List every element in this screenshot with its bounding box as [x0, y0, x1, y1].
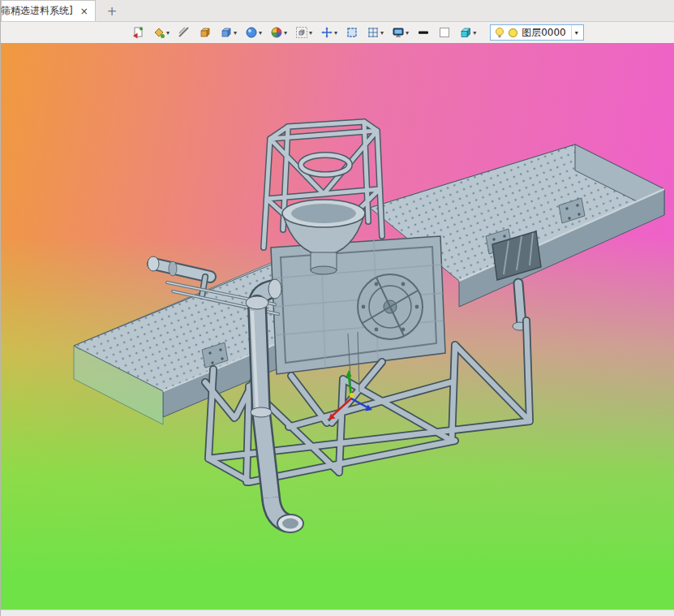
new-tab-button[interactable]: + — [107, 6, 118, 18]
render-mode-icon — [245, 26, 258, 39]
shaded-view-button[interactable]: ▾ — [457, 24, 479, 41]
render-mode-button[interactable]: ▾ — [243, 24, 264, 41]
cad-application-window: 筛精选进料系统] × + ▾ — [0, 0, 674, 616]
y-axis-arrow — [346, 370, 352, 377]
box-display-button[interactable]: ▾ — [217, 24, 239, 41]
grid-snap-icon — [367, 26, 380, 39]
move-tool-icon — [320, 26, 333, 39]
dropdown-caret-icon: ▾ — [284, 29, 287, 37]
display-settings-icon — [392, 26, 405, 39]
color-wheel-icon — [270, 26, 283, 39]
import-part-button[interactable] — [129, 24, 147, 41]
background-swatch-button[interactable] — [436, 24, 453, 41]
current-layer-name: 图层0000 — [522, 26, 566, 40]
solid-boxes-button[interactable] — [196, 24, 214, 41]
grid-snap-button[interactable]: ▾ — [364, 24, 386, 41]
color-wheel-button[interactable]: ▾ — [268, 24, 290, 41]
display-settings-button[interactable]: ▾ — [389, 24, 411, 41]
import-part-icon — [131, 26, 144, 39]
dropdown-caret-icon: ▾ — [473, 29, 476, 37]
3d-model-vibrating-screen-feeder[interactable] — [1, 43, 674, 610]
document-tab-bar: 筛精选进料系统] × + — [1, 0, 674, 22]
dropdown-caret-icon: ▾ — [380, 29, 384, 37]
move-tool-button[interactable]: ▾ — [318, 24, 340, 41]
box-display-icon — [220, 26, 233, 39]
line-width-button[interactable] — [414, 24, 432, 41]
layer-color-swatch-icon — [508, 28, 518, 38]
origin-marker — [350, 393, 354, 398]
measure-button[interactable] — [175, 24, 193, 41]
view-cube-icon — [295, 26, 308, 39]
shaded-view-icon — [459, 26, 472, 39]
dropdown-caret-icon: ▾ — [334, 29, 337, 37]
background-swatch-icon — [438, 26, 451, 39]
main-toolbar: ▾ ▾ — [1, 22, 674, 43]
line-width-icon — [417, 26, 430, 39]
selection-frame-icon — [346, 26, 358, 39]
view-cube-button[interactable]: ▾ — [293, 24, 315, 41]
material-paint-icon — [152, 26, 165, 39]
layer-visibility-bulb-icon — [494, 27, 505, 39]
dropdown-caret-icon: ▾ — [234, 29, 237, 37]
layer-combo-box[interactable]: 图层0000 ▾ — [490, 24, 584, 41]
material-paint-button[interactable]: ▾ — [150, 24, 172, 41]
measure-icon — [178, 26, 191, 39]
document-tab[interactable]: 筛精选进料系统] × — [1, 0, 96, 21]
dropdown-caret-icon: ▾ — [309, 29, 312, 37]
dropdown-caret-icon: ▾ — [166, 29, 170, 37]
layer-combo-dropdown-icon[interactable]: ▾ — [571, 25, 582, 40]
dropdown-caret-icon: ▾ — [406, 29, 409, 37]
dropdown-caret-icon: ▾ — [259, 29, 262, 37]
tab-close-icon[interactable]: × — [79, 6, 90, 17]
status-bar — [1, 610, 674, 616]
3d-viewport[interactable] — [1, 43, 674, 610]
document-tab-title: 筛精选进料系统] — [1, 4, 73, 18]
solid-boxes-icon — [199, 26, 212, 39]
selection-frame-button[interactable] — [343, 24, 361, 41]
